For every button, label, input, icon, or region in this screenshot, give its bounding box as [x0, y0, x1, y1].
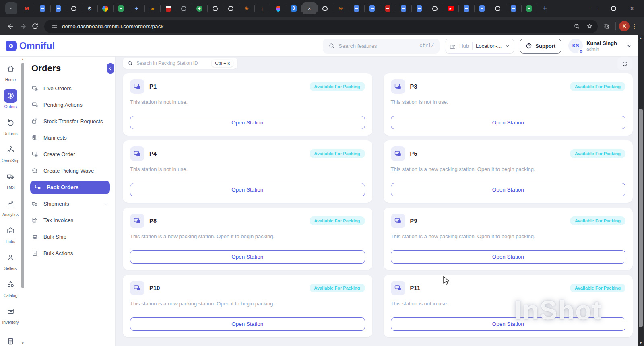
submenu-item-pending-actions[interactable]: Pending Actions	[25, 97, 115, 113]
youtube-tab[interactable]: ▶	[443, 0, 458, 17]
tab-search-button[interactable]	[3, 0, 19, 17]
docs-tab[interactable]	[364, 0, 380, 17]
docs-tab[interactable]	[411, 0, 427, 17]
hubspot-tab[interactable]: ✳	[333, 0, 349, 17]
blue-8-tab[interactable]: 8	[286, 0, 301, 17]
submenu-item-bulk-actions[interactable]: Bulk Actions	[25, 245, 115, 262]
rail-scrollbar-thumb[interactable]	[21, 63, 24, 288]
station-card-header: P11Available For Packing	[391, 281, 626, 295]
openai-tab[interactable]	[427, 0, 443, 17]
open-station-button[interactable]: Open Station	[391, 116, 626, 129]
submenu-item-live-orders[interactable]: Live Orders	[25, 80, 115, 97]
docs-tab[interactable]	[50, 0, 66, 17]
refresh-button[interactable]	[617, 57, 632, 70]
docs-tab[interactable]	[396, 0, 411, 17]
open-station-button[interactable]: Open Station	[130, 116, 365, 129]
infinity-orange-tab[interactable]: ∞	[144, 0, 160, 17]
submenu-item-stock-transfer-requests[interactable]: Stock Transfer Requests	[25, 113, 115, 130]
window-minimize-button[interactable]: —	[591, 4, 599, 12]
globe-tab[interactable]	[176, 0, 192, 17]
zoom-out-button[interactable]	[571, 21, 582, 32]
rail-item-sellers[interactable]: Sellers	[0, 247, 21, 274]
feature-search-input[interactable]: Search features ctrl/	[323, 39, 440, 54]
rail-item-hubs[interactable]: Hubs	[0, 220, 21, 247]
grammarly-tab[interactable]	[66, 0, 82, 17]
figma-tab[interactable]	[270, 0, 286, 17]
rail-item-orders[interactable]: Orders	[0, 85, 21, 112]
open-station-button[interactable]: Open Station	[130, 183, 365, 196]
close-tab-icon[interactable]: ×	[302, 2, 317, 14]
docs-tab[interactable]	[474, 0, 490, 17]
omniful-logo[interactable]: Omniful	[6, 41, 55, 51]
packing-station-search-input[interactable]: Search in Packing Station ID Ctrl + k	[123, 58, 237, 69]
submenu-item-create-order[interactable]: Create Order	[25, 146, 115, 163]
browser-profile-avatar[interactable]: K	[619, 21, 630, 31]
page-scrollbar-thumb[interactable]	[639, 109, 643, 327]
openai-tab[interactable]	[223, 0, 239, 17]
reload-button[interactable]	[29, 20, 41, 32]
google-account-tab[interactable]	[97, 0, 113, 17]
collapse-sidebar-button[interactable]	[107, 63, 114, 74]
rail-item-home[interactable]: Home	[0, 58, 21, 85]
openai-tab[interactable]	[490, 0, 506, 17]
address-bar[interactable]: demo.dashboard.omniful.com/orders/pack	[44, 20, 598, 33]
open-station-button[interactable]: Open Station	[130, 250, 365, 264]
rail-scrollbar[interactable]: ▲ ▼	[21, 57, 25, 346]
browser-menu-button[interactable]: ⋮	[630, 23, 639, 30]
openai-tab[interactable]	[317, 0, 333, 17]
rail-item-catalog[interactable]: Catalog	[0, 274, 21, 301]
gemini-tab[interactable]: ✦	[129, 0, 144, 17]
extensions-button[interactable]	[601, 21, 612, 32]
forward-button[interactable]	[17, 20, 29, 32]
sheets-tab[interactable]	[113, 0, 129, 17]
returns-iconwrap	[4, 116, 17, 130]
submenu-item-bulk-ship[interactable]: Bulk Ship	[25, 229, 115, 245]
submenu-item-tax-invoices[interactable]: Tax Invoices	[25, 212, 115, 229]
rail-item-inventory[interactable]: Inventory	[0, 301, 21, 328]
docs-tab[interactable]	[458, 0, 474, 17]
window-close-button[interactable]: ×	[628, 4, 636, 12]
sheets-tab[interactable]	[521, 0, 537, 17]
submenu-item-manifests[interactable]: Manifests	[25, 130, 115, 146]
gmail-tab[interactable]: M	[19, 0, 35, 17]
submenu-item-shipments[interactable]: Shipments	[25, 196, 115, 212]
settings-tab[interactable]: ⚙	[82, 0, 97, 17]
scroll-down-icon[interactable]: ▼	[638, 341, 644, 345]
page-scrollbar[interactable]: ▲ ▼	[638, 35, 644, 346]
openai-tab[interactable]	[207, 0, 223, 17]
red-notes-tab[interactable]	[380, 0, 396, 17]
docs-tab[interactable]	[506, 0, 521, 17]
open-station-button[interactable]: Open Station	[391, 250, 626, 264]
scroll-down-icon[interactable]: ▼	[21, 342, 25, 345]
active-tab[interactable]: ×	[301, 0, 317, 17]
site-info-button[interactable]	[49, 21, 60, 31]
rail-item-returns[interactable]: Returns	[0, 112, 21, 139]
rail-item-doc[interactable]	[0, 328, 21, 346]
support-button[interactable]: Support	[520, 39, 561, 54]
open-station-button[interactable]: Open Station	[391, 317, 626, 331]
open-station-button[interactable]: Open Station	[130, 317, 365, 331]
docs-tab[interactable]	[35, 0, 50, 17]
hubspot-tab[interactable]: ✳	[239, 0, 254, 17]
back-button[interactable]	[5, 20, 17, 32]
manifests-iconwrap	[31, 134, 38, 141]
hub-selector[interactable]: Hub Location-...	[445, 39, 514, 54]
open-station-button[interactable]: Open Station	[391, 183, 626, 196]
user-menu[interactable]: KS⚙ Kunal Singh admin	[568, 39, 632, 53]
downloads-tab[interactable]: ↓	[254, 0, 270, 17]
rail-item-omniship[interactable]: OmniShip	[0, 139, 21, 166]
docs-tab[interactable]	[349, 0, 364, 17]
scroll-up-icon[interactable]: ▲	[638, 37, 644, 40]
rail-item-analytics[interactable]: Analytics	[0, 193, 21, 220]
scroll-up-icon[interactable]: ▲	[21, 58, 25, 61]
bookmark-button[interactable]	[584, 21, 595, 32]
drive-new-tab[interactable]: +	[192, 0, 207, 17]
new-tab-button[interactable]: +	[537, 0, 553, 17]
submenu-item-create-picking-wave[interactable]: Create Picking Wave	[25, 163, 115, 179]
rail-item-tms[interactable]: TMS	[0, 166, 21, 193]
red-notes-favicon	[385, 5, 390, 12]
window-maximize-button[interactable]	[609, 4, 617, 12]
pack-orders-icon	[394, 82, 402, 91]
submenu-item-pack-orders[interactable]: Pack Orders	[30, 181, 110, 194]
flag-tab[interactable]	[160, 0, 176, 17]
